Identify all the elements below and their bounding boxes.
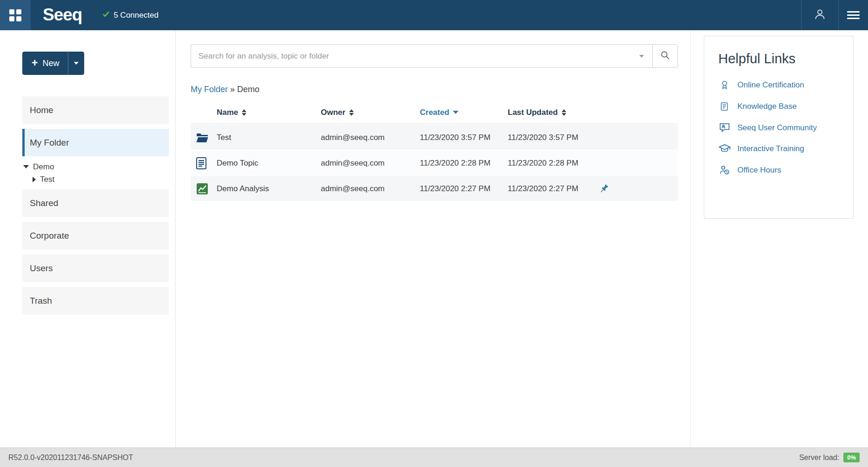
table-header-row: Name Owner Created Last Updated: [191, 101, 678, 124]
new-dropdown-toggle[interactable]: [68, 52, 84, 74]
search-bar: [191, 44, 678, 68]
server-load-badge: 0%: [843, 453, 860, 462]
topic-icon: [191, 157, 217, 169]
plus-icon: +: [32, 58, 38, 68]
tree-item-demo[interactable]: Demo: [23, 160, 169, 173]
item-created: 11/23/2020 3:57 PM: [420, 133, 508, 142]
column-header-name[interactable]: Name: [217, 108, 321, 117]
sort-icon: [349, 109, 354, 116]
column-label: Created: [420, 108, 449, 117]
hamburger-icon: [847, 9, 860, 21]
pin-icon[interactable]: [599, 184, 678, 194]
connection-status[interactable]: 5 Connected: [102, 0, 158, 30]
sort-icon: [562, 109, 566, 116]
sort-desc-icon: [453, 111, 458, 114]
item-owner: admin@seeq.com: [321, 159, 420, 168]
sidebar-item-label: Shared: [30, 198, 58, 208]
sidebar: + New Home My Folder Demo Test Shared: [0, 30, 176, 447]
check-icon: [102, 10, 110, 20]
link-seeq-user-community[interactable]: Seeq User Community: [718, 123, 844, 133]
app-launcher-button[interactable]: [0, 0, 31, 30]
chevron-down-icon: [74, 62, 79, 65]
version-label: R52.0.0-v202011231746-SNAPSHOT: [8, 454, 133, 462]
table-row[interactable]: Demo Topic admin@seeq.com 11/23/2020 2:2…: [191, 151, 678, 175]
column-header-created[interactable]: Created: [420, 108, 508, 117]
sidebar-item-users[interactable]: Users: [22, 254, 169, 282]
link-online-certification[interactable]: Online Certification: [718, 80, 844, 90]
sidebar-item-label: Users: [30, 263, 53, 274]
sidebar-item-label: Trash: [30, 296, 52, 306]
seeq-logo[interactable]: Seeq: [43, 0, 82, 30]
top-bar: Seeq 5 Connected: [0, 0, 868, 30]
items-table: Name Owner Created Last Updated: [191, 101, 678, 201]
new-button-label: New: [42, 59, 59, 68]
item-created: 11/23/2020 2:28 PM: [420, 159, 508, 168]
sidebar-item-trash[interactable]: Trash: [22, 287, 169, 314]
column-header-last-updated[interactable]: Last Updated: [508, 108, 599, 117]
user-icon: [814, 8, 826, 22]
table-body: Test admin@seeq.com 11/23/2020 3:57 PM 1…: [191, 125, 678, 201]
sidebar-item-corporate[interactable]: Corporate: [22, 222, 169, 249]
tree-item-label: Test: [40, 175, 54, 184]
link-label: Knowledge Base: [737, 102, 797, 111]
office-hours-icon: [718, 165, 730, 175]
sort-icon: [242, 109, 246, 116]
item-created: 11/23/2020 2:27 PM: [420, 184, 508, 193]
link-office-hours[interactable]: Office Hours: [718, 165, 844, 175]
chevron-right-icon[interactable]: [33, 177, 36, 182]
sidebar-nav: Home My Folder Demo Test Shared Corporat…: [22, 96, 169, 320]
chevron-down-icon[interactable]: [23, 165, 29, 168]
sidebar-item-label: Corporate: [30, 231, 69, 241]
link-label: Office Hours: [737, 166, 781, 175]
item-updated: 11/23/2020 2:28 PM: [508, 159, 599, 168]
knowledge-base-icon: [718, 101, 730, 112]
link-interactive-training[interactable]: Interactive Training: [718, 144, 844, 153]
sidebar-item-label: My Folder: [30, 138, 69, 148]
link-label: Online Certification: [737, 80, 804, 90]
sidebar-item-label: Home: [30, 105, 53, 115]
sidebar-item-shared[interactable]: Shared: [22, 189, 169, 217]
app-grid-icon: [9, 9, 21, 21]
main-menu-button[interactable]: [838, 0, 868, 30]
item-name-link[interactable]: Test: [217, 133, 321, 142]
tree-item-test[interactable]: Test: [23, 173, 169, 186]
content-divider: [690, 30, 691, 447]
item-updated: 11/23/2020 3:57 PM: [508, 133, 599, 142]
column-label: Last Updated: [508, 108, 558, 117]
user-profile-button[interactable]: [801, 0, 838, 30]
breadcrumb-current: Demo: [237, 85, 259, 94]
chevron-down-icon[interactable]: [639, 55, 644, 58]
breadcrumb-root-link[interactable]: My Folder: [191, 85, 228, 94]
folder-icon: [191, 133, 217, 143]
status-bar: R52.0.0-v202011231746-SNAPSHOT Server lo…: [0, 447, 868, 467]
sidebar-item-my-folder[interactable]: My Folder: [22, 129, 169, 156]
tree-item-label: Demo: [33, 162, 54, 172]
column-header-owner[interactable]: Owner: [321, 108, 420, 117]
item-name-link[interactable]: Demo Analysis: [217, 184, 321, 193]
community-icon: [718, 123, 730, 133]
folder-tree: Demo Test: [23, 160, 169, 186]
table-row[interactable]: Test admin@seeq.com 11/23/2020 3:57 PM 1…: [191, 125, 678, 150]
breadcrumb: My Folder » Demo: [191, 85, 259, 94]
search-button[interactable]: [652, 44, 678, 68]
helpful-links-title: Helpful Links: [718, 51, 844, 67]
helpful-links-panel: Helpful Links Online Certification Knowl…: [704, 36, 854, 219]
magnifier-icon: [660, 50, 670, 62]
item-updated: 11/23/2020 2:27 PM: [508, 184, 599, 193]
new-button[interactable]: + New: [23, 52, 68, 74]
link-label: Seeq User Community: [737, 123, 817, 133]
link-label: Interactive Training: [737, 144, 804, 153]
training-icon: [718, 144, 730, 153]
server-load-label: Server load:: [799, 454, 839, 462]
item-name-link[interactable]: Demo Topic: [217, 159, 321, 168]
column-label: Name: [217, 108, 238, 117]
search-input[interactable]: [191, 44, 652, 68]
table-row[interactable]: Demo Analysis admin@seeq.com 11/23/2020 …: [191, 176, 678, 201]
column-label: Owner: [321, 108, 345, 117]
sidebar-item-home[interactable]: Home: [22, 96, 169, 124]
breadcrumb-separator: »: [230, 85, 235, 94]
analysis-icon: [191, 183, 217, 195]
link-knowledge-base[interactable]: Knowledge Base: [718, 101, 844, 112]
new-button-group: + New: [22, 52, 84, 75]
item-owner: admin@seeq.com: [321, 184, 420, 193]
